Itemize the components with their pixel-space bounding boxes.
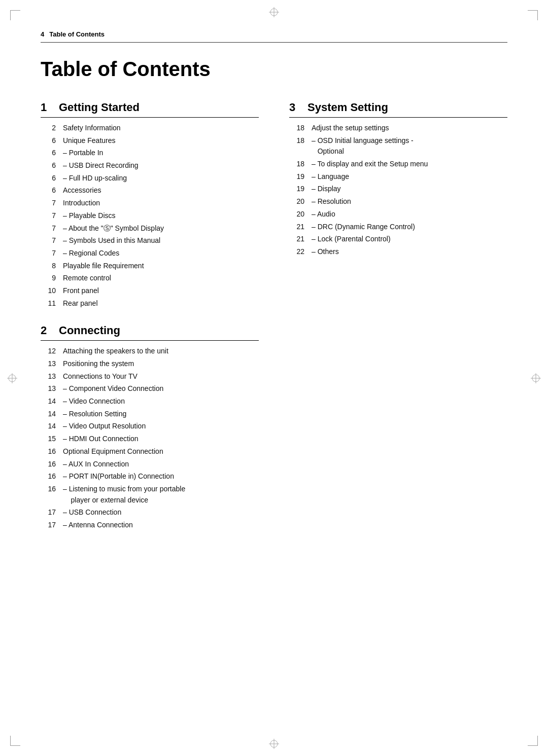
entry-text: Rear panel (63, 298, 98, 309)
entry-text: Unique Features (63, 135, 116, 147)
page: 4 Table of Contents Table of Contents 1 … (0, 0, 548, 756)
entry-text: – To display and exit the Setup menu (312, 159, 428, 170)
page-number: 13 (41, 358, 56, 370)
section-1-block: 1 Getting Started 2 Safety Information 6… (41, 101, 259, 309)
list-item: 7 – About the "Ⓢ" Symbol Display (41, 223, 259, 234)
page-number: 22 (289, 246, 304, 258)
section-3-block: 3 System Setting 18 Adjust the setup set… (289, 101, 507, 258)
entry-text: Front panel (63, 285, 99, 297)
section-3-header: 3 System Setting (289, 101, 507, 118)
list-item: 11 Rear panel (41, 298, 259, 309)
entry-text: Optional Equipment Connection (63, 446, 163, 457)
list-item: 7 – Symbols Used in this Manual (41, 235, 259, 246)
entry-text: Playable file Requirement (63, 261, 144, 272)
page-number: 6 (41, 148, 56, 159)
entry-text: – Full HD up-scaling (63, 173, 127, 184)
list-item: 7 – Playable Discs (41, 210, 259, 222)
corner-mark-tl (10, 10, 20, 20)
list-item: 18 Adjust the setup settings (289, 123, 507, 134)
reg-mark-top (269, 7, 279, 17)
list-item: 14 – Video Output Resolution (41, 421, 259, 432)
entry-text: – Language (312, 171, 349, 183)
entry-text: – Lock (Parental Control) (312, 234, 391, 245)
list-item: 16 – PORT IN(Portable in) Connection (41, 471, 259, 482)
page-number: 17 (41, 507, 56, 518)
list-item: 13 Connections to Your TV (41, 371, 259, 382)
list-item: 6 – USB Direct Recording (41, 160, 259, 171)
page-number: 16 (41, 446, 56, 457)
entry-text: – Others (312, 246, 339, 258)
list-item: 15 – HDMI Out Connection (41, 434, 259, 445)
page-number: 20 (289, 209, 304, 220)
list-item: 22 – Others (289, 246, 507, 258)
toc-columns: 1 Getting Started 2 Safety Information 6… (41, 101, 507, 546)
list-item: 13 – Component Video Connection (41, 383, 259, 394)
list-item: 13 Positioning the system (41, 358, 259, 370)
list-item: 19 – Display (289, 184, 507, 195)
page-number: 6 (41, 185, 56, 196)
reg-mark-left (7, 373, 17, 383)
page-number: 18 (289, 159, 304, 170)
entry-text: – Listening to music from your portable … (63, 484, 185, 506)
page-number: 7 (41, 223, 56, 234)
list-item: 19 – Language (289, 171, 507, 183)
list-item: 9 Remote control (41, 273, 259, 284)
entry-text: – Portable In (63, 148, 103, 159)
list-item: 6 – Full HD up-scaling (41, 173, 259, 184)
entry-text: – Regional Codes (63, 248, 119, 259)
page-number: 6 (41, 160, 56, 171)
entry-text: Safety Information (63, 123, 121, 134)
page-number: 14 (41, 421, 56, 432)
entry-text: Accessories (63, 185, 101, 196)
toc-left-column: 1 Getting Started 2 Safety Information 6… (41, 101, 259, 546)
list-item: 17 – Antenna Connection (41, 520, 259, 531)
page-number: 18 (289, 135, 304, 147)
page-number: 13 (41, 371, 56, 382)
entry-text: Adjust the setup settings (312, 123, 389, 134)
section-2-header: 2 Connecting (41, 324, 259, 341)
list-item: 20 – Resolution (289, 196, 507, 207)
page-number: 16 (41, 471, 56, 482)
list-item: 7 – Regional Codes (41, 248, 259, 259)
list-item: 18 – OSD Initial language settings - Opt… (289, 135, 507, 157)
entry-text: – DRC (Dynamic Range Control) (312, 222, 415, 233)
page-number: 21 (289, 234, 304, 245)
list-item: 2 Safety Information (41, 123, 259, 134)
list-item: 21 – Lock (Parental Control) (289, 234, 507, 245)
list-item: 14 – Video Connection (41, 396, 259, 407)
page-number: 14 (41, 409, 56, 420)
section-2-block: 2 Connecting 12 Attaching the speakers t… (41, 324, 259, 530)
page-number: 7 (41, 198, 56, 209)
page-title: Table of Contents (41, 58, 507, 81)
page-number: 19 (289, 171, 304, 183)
page-number: 12 (41, 346, 56, 357)
reg-mark-right (531, 373, 541, 383)
list-item: 16 – Listening to music from your portab… (41, 484, 259, 506)
list-item: 6 Unique Features (41, 135, 259, 147)
entry-text: – OSD Initial language settings - Option… (312, 135, 414, 157)
page-number: 13 (41, 383, 56, 394)
entry-text: – AUX In Connection (63, 459, 129, 470)
list-item: 16 Optional Equipment Connection (41, 446, 259, 457)
list-item: 20 – Audio (289, 209, 507, 220)
page-number: 7 (41, 210, 56, 222)
page-number: 15 (41, 434, 56, 445)
entry-text: – Video Connection (63, 396, 125, 407)
section-2-num: 2 (41, 324, 53, 337)
entry-text: Attaching the speakers to the unit (63, 346, 168, 357)
entry-text: – Playable Discs (63, 210, 116, 222)
entry-text: – USB Connection (63, 507, 121, 518)
page-number: 7 (41, 235, 56, 246)
page-number: 16 (41, 484, 56, 495)
list-item: 7 Introduction (41, 198, 259, 209)
section-3-num: 3 (289, 101, 301, 114)
list-item: 6 – Portable In (41, 148, 259, 159)
page-number: 9 (41, 273, 56, 284)
page-number: 14 (41, 396, 56, 407)
entry-text: – About the "Ⓢ" Symbol Display (63, 223, 164, 234)
list-item: 16 – AUX In Connection (41, 459, 259, 470)
section-1-num: 1 (41, 101, 53, 114)
entry-text: – Symbols Used in this Manual (63, 235, 160, 246)
page-number: 18 (289, 123, 304, 134)
entry-text: – Display (312, 184, 341, 195)
